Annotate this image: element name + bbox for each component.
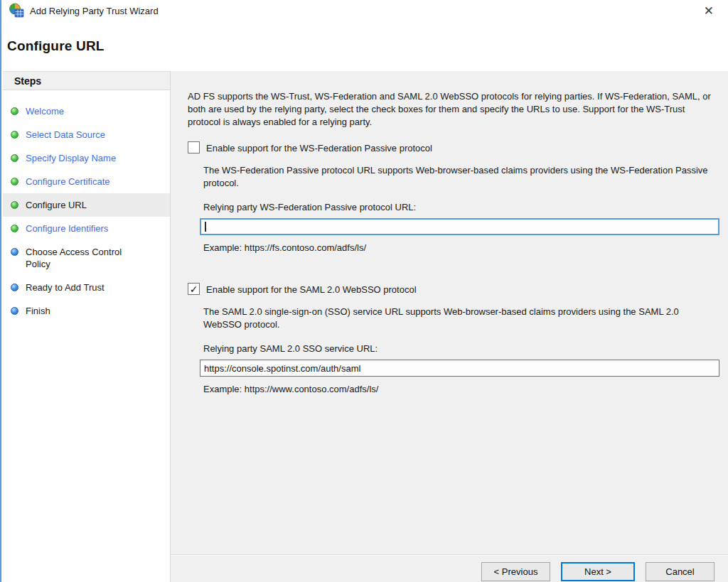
wsfed-section: The WS-Federation Passive protocol URL s…: [203, 164, 719, 254]
sidebar-step-ready-to-add-trust[interactable]: Ready to Add Trust: [3, 276, 170, 299]
wsfed-checkbox-label[interactable]: Enable support for the WS-Federation Pas…: [206, 141, 432, 155]
text-cursor: [205, 222, 206, 232]
next-button[interactable]: Next >: [561, 562, 635, 581]
adfs-globe-grid-icon: [9, 3, 24, 18]
step-completed-bullet-icon: [11, 225, 18, 232]
sidebar-step-finish[interactable]: Finish: [3, 299, 170, 323]
saml-section: The SAML 2.0 single-sign-on (SSO) servic…: [203, 306, 719, 396]
step-completed-bullet-icon: [11, 154, 18, 162]
saml-url-input[interactable]: [200, 360, 719, 377]
cancel-button[interactable]: Cancel: [646, 562, 714, 581]
step-completed-bullet-icon: [11, 107, 18, 115]
wsfed-example-text: Example: https://fs.contoso.com/adfs/ls/: [203, 242, 719, 254]
steps-header: Steps: [3, 71, 170, 90]
steps-list: Welcome Select Data Source Specify Displ…: [3, 90, 170, 323]
main-panel: AD FS supports the WS-Trust, WS-Federati…: [171, 71, 728, 582]
sidebar-step-configure-certificate[interactable]: Configure Certificate: [3, 170, 170, 193]
step-pending-bullet-icon: [11, 284, 18, 291]
sidebar-step-specify-display-name[interactable]: Specify Display Name: [3, 146, 170, 170]
saml-checkbox-checked[interactable]: ✓: [188, 283, 200, 295]
page-title: Configure URL: [7, 38, 728, 54]
wizard-footer: < Previous Next > Cancel: [171, 554, 728, 582]
saml-description: The SAML 2.0 single-sign-on (SSO) servic…: [203, 306, 719, 331]
wsfed-url-label: Relying party WS-Federation Passive prot…: [203, 201, 719, 214]
sidebar-step-welcome[interactable]: Welcome: [3, 99, 170, 123]
intro-text: AD FS supports the WS-Trust, WS-Federati…: [188, 90, 719, 129]
step-completed-bullet-icon: [11, 201, 18, 209]
close-icon[interactable]: ✕: [700, 4, 718, 18]
saml-url-label: Relying party SAML 2.0 SSO service URL:: [203, 343, 719, 355]
wizard-window: Add Relying Party Trust Wizard ✕ Configu…: [0, 0, 728, 582]
saml-checkbox-row: ✓ Enable support for the SAML 2.0 WebSSO…: [188, 283, 719, 296]
title-bar: Add Relying Party Trust Wizard ✕: [1, 0, 728, 21]
sidebar-step-configure-url[interactable]: Configure URL: [3, 193, 170, 217]
step-pending-bullet-icon: [11, 307, 18, 315]
steps-sidebar: Steps Welcome Select Data Source Specify…: [3, 71, 171, 582]
window-title: Add Relying Party Trust Wizard: [30, 6, 159, 16]
sidebar-step-choose-access-control-policy[interactable]: Choose Access Control Policy: [3, 240, 170, 276]
step-pending-bullet-icon: [11, 248, 18, 256]
wsfed-checkbox[interactable]: [188, 141, 200, 153]
heading-band: Configure URL: [1, 21, 728, 71]
saml-checkbox-label[interactable]: Enable support for the SAML 2.0 WebSSO p…: [206, 283, 417, 296]
previous-button[interactable]: < Previous: [481, 562, 550, 581]
wsfed-checkbox-row: Enable support for the WS-Federation Pas…: [188, 141, 719, 155]
sidebar-step-select-data-source[interactable]: Select Data Source: [3, 123, 170, 146]
wsfed-url-input[interactable]: [200, 218, 719, 235]
step-completed-bullet-icon: [11, 178, 18, 185]
sidebar-step-configure-identifiers[interactable]: Configure Identifiers: [3, 217, 170, 240]
step-completed-bullet-icon: [11, 131, 18, 139]
wsfed-description: The WS-Federation Passive protocol URL s…: [203, 164, 719, 190]
saml-example-text: Example: https://www.contoso.com/adfs/ls…: [203, 383, 719, 396]
